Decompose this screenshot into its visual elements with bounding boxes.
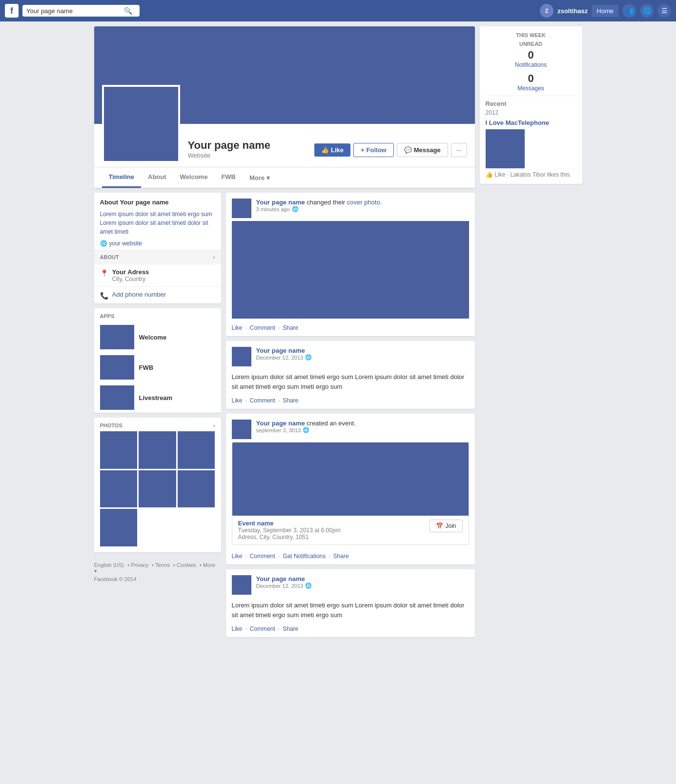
- footer-cookies[interactable]: Cookies: [177, 562, 196, 568]
- post-2-page-name[interactable]: Your page name: [256, 347, 305, 354]
- recent-page-name[interactable]: I Love MacTelephone: [486, 119, 576, 126]
- app-thumb-welcome: [100, 325, 134, 349]
- more-button[interactable]: ···: [451, 143, 467, 157]
- notifications-panel: THIS WEEK UNREAD 0 Notifications 0 Messa…: [480, 26, 582, 184]
- post-3-avatar[interactable]: [232, 420, 251, 439]
- photo-3[interactable]: [178, 431, 215, 469]
- post-1-link[interactable]: cover photo.: [347, 199, 382, 206]
- app-name-livestream: Livestream: [139, 394, 173, 402]
- post-2-avatar[interactable]: [232, 347, 251, 366]
- app-item-welcome[interactable]: Welcome: [94, 322, 221, 352]
- search-bar[interactable]: 🔍: [22, 5, 140, 17]
- post-1-share[interactable]: Share: [283, 324, 298, 331]
- photo-7[interactable]: [100, 509, 138, 546]
- photo-5[interactable]: [139, 470, 176, 508]
- phone-icon: 📞: [100, 292, 108, 300]
- event-address: Adress, City, Country, 1051: [238, 534, 341, 541]
- app-thumb-fwb: [100, 355, 134, 380]
- app-item-livestream[interactable]: Livestream: [94, 382, 221, 413]
- post-1-comment[interactable]: Comment: [250, 324, 275, 331]
- photo-1[interactable]: [100, 431, 138, 469]
- post-4-page-name[interactable]: Your page name: [256, 575, 305, 583]
- follow-button[interactable]: + Follow: [353, 143, 394, 157]
- post-4-comment[interactable]: Comment: [250, 625, 275, 632]
- post-1-meta: Your page name changed their cover photo…: [256, 199, 469, 212]
- post-1-like[interactable]: Like: [232, 324, 243, 331]
- post-2-comment[interactable]: Comment: [250, 397, 275, 404]
- panel-divider: [486, 96, 576, 96]
- globe-icon[interactable]: 🌐: [640, 4, 654, 18]
- tab-welcome[interactable]: Welcome: [173, 167, 215, 188]
- user-avatar[interactable]: Z: [540, 4, 553, 18]
- post-2-time: December 12, 2013 🌐: [256, 354, 469, 361]
- post-2-like[interactable]: Like: [232, 397, 243, 404]
- post-3-like[interactable]: Like: [232, 553, 243, 560]
- footer-english[interactable]: English (US): [94, 562, 124, 568]
- post-3-comment[interactable]: Comment: [250, 553, 275, 560]
- about-card: About Your page name Lorem ipsum dolor s…: [94, 193, 221, 303]
- friends-icon[interactable]: 👥: [622, 4, 636, 18]
- plus-icon: +: [361, 146, 365, 154]
- notifications-link[interactable]: Notifications: [486, 61, 576, 68]
- footer-more[interactable]: More: [203, 562, 215, 568]
- app-thumb-livestream: [100, 385, 134, 410]
- post-4-share[interactable]: Share: [283, 625, 298, 632]
- app-name-welcome: Welcome: [139, 334, 167, 341]
- profile-info: Your page name Website: [188, 139, 314, 163]
- post-4-header: Your page name December 12, 2013 🌐: [226, 569, 475, 598]
- footer-privacy[interactable]: Privacy: [131, 562, 148, 568]
- event-box: Event name Tuesday, September 3, 2013 at…: [232, 442, 469, 545]
- message-button[interactable]: 💬 Message: [397, 143, 448, 157]
- post-4-like[interactable]: Like: [232, 625, 243, 632]
- message-count: 0: [486, 72, 576, 85]
- like-button[interactable]: 👍 Like: [314, 143, 350, 157]
- recent-section: Recent 2012 I Love MacTelephone 👍 Like ·…: [486, 100, 576, 178]
- about-title-area: About Your page name Lorem ipsum dolor s…: [94, 193, 221, 250]
- post-3-actions: Like · Comment · Gat Notifications · Sha…: [226, 550, 475, 564]
- about-section-label: ABOUT: [100, 254, 119, 260]
- home-button[interactable]: Home: [592, 5, 618, 17]
- photo-2[interactable]: [139, 431, 176, 469]
- post-3-time: september 3, 3013 🌐: [256, 427, 469, 433]
- footer-terms[interactable]: Terms: [155, 562, 170, 568]
- username-label: zsoltihasz: [557, 7, 588, 15]
- messages-link[interactable]: Messages: [486, 85, 576, 92]
- footer-copyright: Facebook © 2014: [94, 576, 221, 582]
- post-3-page-name[interactable]: Your page name: [256, 420, 305, 427]
- post-2: Your page name December 12, 2013 🌐 Lorem…: [226, 341, 475, 409]
- website-url[interactable]: your website: [109, 240, 142, 247]
- profile-actions: 👍 Like + Follow 💬 Message ···: [314, 143, 467, 163]
- tab-about[interactable]: About: [141, 167, 173, 188]
- post-4-body: Lorem ipsum dolor sit amet timeti ergo s…: [226, 598, 475, 623]
- website-link[interactable]: 🌐 your website: [100, 240, 215, 247]
- post-4-meta: Your page name December 12, 2013 🌐: [256, 575, 469, 589]
- post-1-page-name[interactable]: Your page name: [256, 199, 305, 206]
- recent-like-text: Like · Lakatos Tibor likes this.: [495, 171, 572, 178]
- post-1-avatar[interactable]: [232, 199, 251, 218]
- post-4-avatar[interactable]: [232, 575, 251, 595]
- comment-icon: 💬: [404, 146, 412, 154]
- recent-page-thumbnail[interactable]: [486, 129, 525, 168]
- apps-card: APPS Welcome FWB Livestream: [94, 308, 221, 413]
- globe-tiny-icon: 🌐: [292, 206, 299, 212]
- search-input[interactable]: [26, 7, 124, 15]
- right-column: THIS WEEK UNREAD 0 Notifications 0 Messa…: [480, 26, 582, 642]
- photo-4[interactable]: [100, 470, 138, 508]
- post-2-share[interactable]: Share: [283, 397, 298, 404]
- tab-timeline[interactable]: Timeline: [102, 167, 142, 188]
- add-phone-link[interactable]: Add phone number: [112, 291, 166, 298]
- calendar-icon: 📅: [436, 523, 443, 529]
- menu-icon[interactable]: ☰: [657, 4, 671, 18]
- post-4-time: December 12, 2013 🌐: [256, 583, 469, 589]
- join-button[interactable]: 📅 Join: [430, 520, 462, 532]
- post-3-get-notifications[interactable]: Gat Notifications: [283, 553, 326, 560]
- photo-6[interactable]: [178, 470, 215, 508]
- post-1: Your page name changed their cover photo…: [226, 193, 475, 336]
- app-item-fwb[interactable]: FWB: [94, 352, 221, 382]
- tab-more[interactable]: More ▾: [243, 168, 277, 187]
- event-name[interactable]: Event name: [238, 520, 341, 527]
- post-1-header: Your page name changed their cover photo…: [226, 193, 475, 221]
- tab-fwb[interactable]: FWB: [214, 167, 243, 188]
- post-3-action: created an event.: [307, 420, 355, 427]
- post-3-share[interactable]: Share: [333, 553, 349, 560]
